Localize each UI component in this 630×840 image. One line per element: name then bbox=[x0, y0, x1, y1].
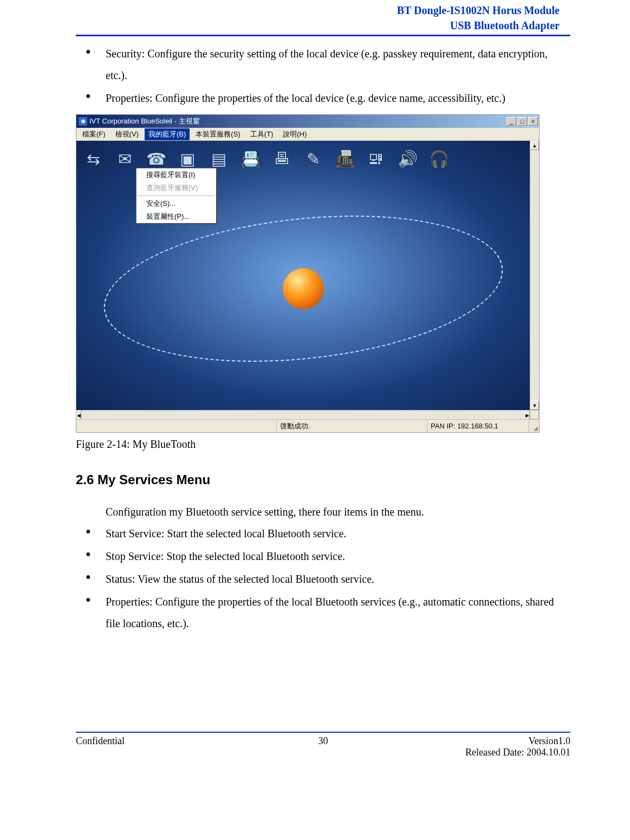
horizontal-scrollbar[interactable]: ◀ ▶ bbox=[76, 410, 530, 419]
section-heading-2-6: 2.6 My Services Menu bbox=[76, 472, 570, 487]
header-line-1: BT Dongle-IS1002N Horus Module bbox=[76, 3, 560, 18]
footer-version: Version1.0 bbox=[406, 735, 570, 747]
lan-icon[interactable]: ▣ bbox=[177, 149, 198, 168]
scroll-down-icon[interactable]: ▼ bbox=[530, 401, 539, 410]
menubar: 檔案(F) 檢視(V) 我的藍牙(B) 本裝置服務(S) 工具(T) 說明(H) bbox=[76, 128, 539, 141]
window-title: IVT Corporation BlueSoleil - 主視窗 bbox=[89, 116, 506, 126]
close-button[interactable]: × bbox=[528, 117, 538, 126]
section-intro: Configuration my Bluetooth service setti… bbox=[106, 501, 570, 523]
scroll-right-icon[interactable]: ▶ bbox=[525, 411, 530, 420]
resize-grip-icon[interactable]: ◢ bbox=[529, 420, 539, 432]
menu-view[interactable]: 檢視(V) bbox=[112, 128, 142, 140]
minimize-button[interactable]: _ bbox=[506, 117, 516, 126]
bullet-stop-service: Stop Service: Stop the selected local Bl… bbox=[76, 545, 570, 567]
dropdown-separator bbox=[138, 196, 215, 196]
dropdown-query-services: 查詢藍牙服務(V) bbox=[137, 181, 216, 194]
section-bullet-list: Start Service: Start the selected local … bbox=[76, 523, 570, 634]
footer-confidential: Confidential bbox=[76, 735, 241, 747]
bullet-start-service: Start Service: Start the selected local … bbox=[76, 523, 570, 544]
footer-release-date: Released Date: 2004.10.01 bbox=[76, 747, 570, 758]
menu-help[interactable]: 說明(H) bbox=[279, 128, 310, 140]
bluetooth-icon: ✱ bbox=[79, 117, 87, 126]
bullet-properties-services: Properties: Configure the properties of … bbox=[76, 591, 570, 634]
top-bullet-list: Security: Configure the security setting… bbox=[76, 43, 570, 109]
mybluetooth-dropdown: 搜尋藍牙裝置(I) 查詢藍牙服務(V) 安全(S)... 裝置屬性(P)... bbox=[136, 168, 217, 224]
client-area: 搜尋藍牙裝置(I) 查詢藍牙服務(V) 安全(S)... 裝置屬性(P)... … bbox=[76, 141, 530, 410]
window-titlebar: ✱ IVT Corporation BlueSoleil - 主視窗 _ □ × bbox=[76, 115, 539, 128]
maximize-button[interactable]: □ bbox=[517, 117, 527, 126]
hid-icon[interactable]: 🖳 bbox=[366, 149, 386, 168]
app-screenshot: ✱ IVT Corporation BlueSoleil - 主視窗 _ □ ×… bbox=[76, 114, 540, 433]
scroll-up-icon[interactable]: ▲ bbox=[530, 141, 539, 150]
sync-icon[interactable]: 📇 bbox=[240, 149, 261, 168]
footer-page-number: 30 bbox=[241, 735, 405, 747]
statusbar: 啓動成功. PAN IP: 192.168.50.1 ◢ bbox=[76, 419, 539, 432]
local-device-sphere[interactable] bbox=[283, 268, 324, 309]
ftp-icon[interactable]: ▤ bbox=[209, 149, 229, 168]
serial-icon[interactable]: ☎ bbox=[146, 149, 166, 168]
pen-icon[interactable]: ✎ bbox=[303, 149, 323, 168]
print-icon[interactable]: 📠 bbox=[334, 149, 355, 168]
vertical-scrollbar[interactable]: ▲ ▼ bbox=[530, 141, 539, 410]
bullet-properties: Properties: Configure the properties of … bbox=[76, 87, 570, 109]
dialup-icon[interactable]: ✉ bbox=[114, 149, 135, 168]
headset-icon[interactable]: 🎧 bbox=[428, 149, 449, 168]
menu-mybluetooth[interactable]: 我的藍牙(B) bbox=[145, 128, 190, 140]
service-toolbar: ⇆ ✉ ☎ ▣ ▤ 📇 🖶 ✎ 📠 🖳 🔊 🎧 bbox=[83, 149, 523, 168]
status-text: 啓動成功. bbox=[277, 420, 427, 432]
caption-text: My BlueTooth bbox=[129, 438, 196, 450]
status-panel-left bbox=[76, 420, 277, 432]
document-header: BT Dongle-IS1002N Horus Module USB Bluet… bbox=[76, 3, 570, 36]
menu-file[interactable]: 檔案(F) bbox=[79, 128, 109, 140]
dropdown-search-devices[interactable]: 搜尋藍牙裝置(I) bbox=[137, 168, 216, 181]
audio-icon[interactable]: 🔊 bbox=[397, 149, 418, 168]
caption-label: Figure 2-14: bbox=[76, 438, 129, 450]
dropdown-security[interactable]: 安全(S)... bbox=[137, 197, 216, 210]
status-pan-ip: PAN IP: 192.168.50.1 bbox=[427, 420, 529, 432]
scroll-left-icon[interactable]: ◀ bbox=[76, 411, 81, 420]
menu-device-services[interactable]: 本裝置服務(S) bbox=[192, 128, 244, 140]
bullet-status: Status: View the status of the selected … bbox=[76, 568, 570, 590]
bullet-security: Security: Configure the security setting… bbox=[76, 43, 570, 86]
menu-tools[interactable]: 工具(T) bbox=[246, 128, 277, 140]
opp-icon[interactable]: 🖶 bbox=[271, 149, 292, 168]
document-footer: Confidential 30 Version1.0 bbox=[76, 732, 570, 747]
dropdown-device-properties[interactable]: 裝置屬性(P)... bbox=[137, 210, 216, 223]
pan-icon[interactable]: ⇆ bbox=[83, 149, 103, 168]
figure-caption: Figure 2-14: My BlueTooth bbox=[76, 438, 570, 451]
header-line-2: USB Bluetooth Adapter bbox=[76, 18, 560, 33]
